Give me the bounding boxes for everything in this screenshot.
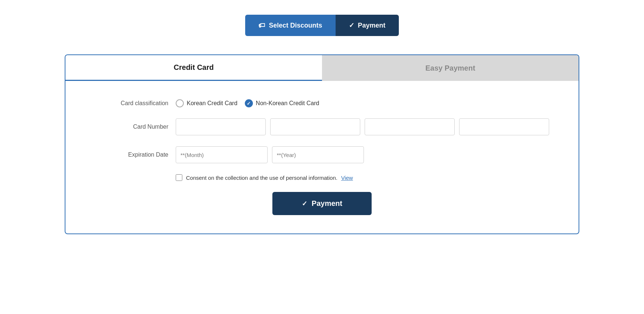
payment-top-label: Payment: [358, 22, 386, 29]
easy-payment-tab-label: Easy Payment: [425, 64, 475, 72]
payment-top-button[interactable]: ✓ Payment: [336, 15, 399, 36]
card-number-row: Card Number: [95, 118, 549, 135]
card-number-label: Card Number: [95, 124, 168, 130]
consent-view-link[interactable]: View: [341, 175, 353, 181]
tabs-container: Credit Card Easy Payment: [65, 54, 579, 81]
expiration-date-row: Expiration Date: [95, 146, 549, 163]
form-panel: Card classification Korean Credit Card N…: [65, 81, 579, 234]
tab-easy-payment[interactable]: Easy Payment: [322, 55, 579, 81]
expiry-inputs: [176, 146, 364, 163]
non-korean-credit-card-label: Non-Korean Credit Card: [256, 100, 319, 107]
consent-row: Consent on the collection and the use of…: [95, 174, 549, 181]
select-discounts-button[interactable]: 🏷 Select Discounts: [245, 15, 335, 36]
card-classification-label: Card classification: [95, 100, 168, 107]
tag-icon: 🏷: [258, 22, 265, 29]
top-buttons: 🏷 Select Discounts ✓ Payment: [245, 15, 398, 36]
korean-credit-card-label: Korean Credit Card: [187, 100, 237, 107]
check-icon-top: ✓: [349, 21, 354, 29]
month-input[interactable]: [176, 146, 268, 163]
select-discounts-label: Select Discounts: [269, 22, 322, 29]
consent-text: Consent on the collection and the use of…: [186, 175, 337, 181]
card-number-input-4[interactable]: [459, 118, 549, 135]
card-number-inputs: [176, 118, 549, 135]
check-icon-bottom: ✓: [302, 200, 307, 208]
credit-card-tab-label: Credit Card: [174, 63, 214, 71]
korean-radio-circle: [176, 99, 184, 107]
payment-bottom-label: Payment: [312, 199, 342, 208]
card-number-input-2[interactable]: [270, 118, 360, 135]
expiration-date-label: Expiration Date: [95, 151, 168, 158]
tab-credit-card[interactable]: Credit Card: [65, 55, 322, 81]
form-content: Card classification Korean Credit Card N…: [65, 99, 579, 181]
non-korean-credit-card-option[interactable]: Non-Korean Credit Card: [245, 99, 319, 107]
card-number-input-3[interactable]: [365, 118, 455, 135]
card-classification-row: Card classification Korean Credit Card N…: [95, 99, 549, 107]
card-number-input-1[interactable]: [176, 118, 266, 135]
card-classification-options: Korean Credit Card Non-Korean Credit Car…: [176, 99, 319, 107]
non-korean-radio-circle: [245, 99, 253, 107]
consent-checkbox[interactable]: [176, 174, 182, 181]
korean-credit-card-option[interactable]: Korean Credit Card: [176, 99, 237, 107]
year-input[interactable]: [272, 146, 364, 163]
payment-button-container: ✓ Payment: [65, 192, 579, 215]
payment-bottom-button[interactable]: ✓ Payment: [272, 192, 372, 215]
